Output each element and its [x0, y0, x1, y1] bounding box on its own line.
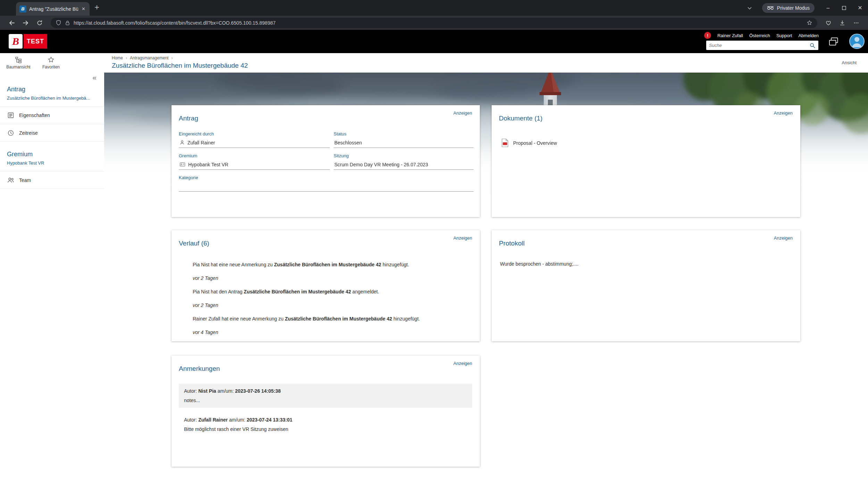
app-header: B TEST ! Rainer Zufall Österreich Suppor…: [0, 30, 868, 53]
sidebar-section-gremium: Gremium Hypobank Test VR: [0, 142, 104, 166]
window-switcher-icon[interactable]: [828, 37, 839, 47]
search-icon[interactable]: [809, 42, 816, 49]
search-input[interactable]: [709, 43, 809, 48]
antrag-anzeigen-link[interactable]: Anzeigen: [453, 110, 472, 116]
field-eingereicht-durch: Eingereicht durch Zufall Rainer: [179, 131, 330, 148]
sidebar-item-zeitreise[interactable]: Zeitreise: [0, 124, 104, 142]
anmerkungen-anzeigen-link[interactable]: Anzeigen: [453, 361, 472, 366]
card-antrag-title: Antrag: [179, 115, 480, 122]
protokoll-text: Wurde besprochen - abstimmung;....: [500, 261, 792, 267]
favorites-star-icon: [48, 56, 55, 63]
field-value[interactable]: Hypobank Test VR: [179, 159, 330, 170]
url-text[interactable]: https://at.cloud.fabasoft.com/folio/fsca…: [74, 20, 803, 26]
tree-view-label: Baumansicht: [6, 65, 30, 69]
people-icon: [7, 177, 15, 183]
verlauf-entry: Pia Nist hat den Antrag Zusätzliche Büro…: [193, 289, 472, 294]
antrag-fields: Eingereicht durch Zufall Rainer Status B…: [179, 131, 472, 192]
card-verlauf-title: Verlauf (6): [179, 240, 480, 247]
verlauf-list: Pia Nist hat eine neue Anmerkung zu Zusä…: [193, 262, 472, 335]
refresh-button[interactable]: [33, 17, 46, 29]
logo-test-badge: TEST: [24, 34, 47, 49]
header-link-logout[interactable]: Abmelden: [798, 33, 819, 38]
app-logo[interactable]: B TEST: [9, 34, 47, 49]
tab-search-chevron-icon[interactable]: [743, 5, 757, 11]
favorites-button[interactable]: Favoriten: [35, 53, 67, 73]
lock-icon[interactable]: [65, 20, 70, 26]
note-time: 2023-07-26 14:05:38: [235, 388, 281, 394]
bookmark-star-icon[interactable]: [807, 20, 812, 26]
tab-close-icon[interactable]: ✕: [81, 6, 86, 11]
downloads-icon[interactable]: [836, 17, 849, 29]
note-item: Autor: Nist Pia am/um: 2023-07-26 14:05:…: [179, 384, 472, 408]
sidebar-antrag-subtitle[interactable]: Zusätzliche Büroflächen im Mustergebä...: [7, 95, 97, 101]
field-label: Status: [334, 131, 474, 136]
menu-ellipsis-icon[interactable]: [850, 17, 862, 29]
field-value[interactable]: Scrum Demo Day VR Meeting - 26.07.2023: [334, 159, 474, 170]
url-field[interactable]: https://at.cloud.fabasoft.com/folio/fsca…: [51, 18, 817, 28]
header-links: ! Rainer Zufall Österreich Support Abmel…: [704, 32, 819, 39]
user-avatar[interactable]: [849, 33, 865, 49]
note-author: Nist Pia: [198, 388, 216, 394]
pdf-document-icon: [501, 139, 509, 147]
verlauf-object-name: Zusätzliche Büroflächen im Mustergebäude…: [285, 316, 392, 322]
note-time: 2023-07-24 13:33:01: [247, 417, 293, 423]
header-link-support[interactable]: Support: [776, 33, 792, 38]
note-meta: Autor: Zufall Rainer am/um: 2023-07-24 1…: [184, 417, 467, 423]
browser-tab-bar: B Antrag "Zusätzliche Büroflächen" ✕ + P…: [0, 0, 868, 16]
note-text: Bitte möglichst rasch einer VR Sitzung z…: [184, 426, 467, 432]
incognito-glasses-icon: [767, 6, 774, 10]
sidebar-gremium-subtitle[interactable]: Hypobank Test VR: [7, 160, 97, 166]
field-value[interactable]: [179, 181, 474, 192]
dokumente-anzeigen-link[interactable]: Anzeigen: [774, 110, 793, 116]
tab-title: Antrag "Zusätzliche Büroflächen": [29, 6, 78, 12]
site-favicon-icon: B: [19, 6, 26, 12]
field-value[interactable]: Zufall Rainer: [179, 138, 330, 148]
breadcrumb: Home › Antragsmanagement ›: [112, 56, 173, 60]
window-controls: Privater Modus – ✕: [743, 0, 868, 16]
field-status: Status Beschlossen: [334, 131, 474, 148]
tree-view-button[interactable]: Baumansicht: [2, 53, 35, 73]
document-item[interactable]: Proposal - Overview: [501, 139, 800, 147]
header-link-country[interactable]: Österreich: [749, 33, 770, 38]
field-sitzung: Sitzung Scrum Demo Day VR Meeting - 26.0…: [334, 153, 474, 170]
card-antrag: Anzeigen Antrag Eingereicht durch Zufall…: [172, 105, 480, 217]
window-minimize-button[interactable]: –: [820, 0, 836, 16]
note-meta: Autor: Nist Pia am/um: 2023-07-26 14:05:…: [184, 388, 467, 394]
verlauf-anzeigen-link[interactable]: Anzeigen: [453, 235, 472, 241]
sidebar-gremium-heading[interactable]: Gremium: [7, 151, 97, 158]
field-text: Zufall Rainer: [187, 140, 215, 145]
person-icon: [180, 140, 185, 145]
browser-tab[interactable]: B Antrag "Zusätzliche Büroflächen" ✕: [16, 2, 90, 16]
new-tab-button[interactable]: +: [94, 3, 99, 12]
verlauf-timestamp: vor 2 Tagen: [193, 275, 472, 281]
view-selector[interactable]: Ansicht: [842, 60, 857, 65]
sidebar-collapse-icon[interactable]: «: [92, 73, 97, 82]
breadcrumb-antragsmanagement[interactable]: Antragsmanagement: [130, 56, 168, 60]
breadcrumb-home[interactable]: Home: [112, 56, 123, 60]
sidebar-antrag-heading[interactable]: Antrag: [7, 86, 97, 93]
field-gremium: Gremium Hypobank Test VR: [179, 153, 330, 170]
header-link-user[interactable]: Rainer Zufall: [717, 33, 743, 38]
window-close-button[interactable]: ✕: [852, 0, 868, 16]
field-text: Beschlossen: [334, 140, 362, 145]
card-protokoll: Anzeigen Protokoll Wurde besprochen - ab…: [492, 230, 800, 341]
browser-essentials-icon[interactable]: [822, 17, 835, 29]
back-button[interactable]: [6, 17, 18, 29]
sidebar-item-label: Team: [19, 177, 31, 183]
tree-view-icon: [15, 56, 22, 63]
sidebar-item-eigenschaften[interactable]: Eigenschaften: [0, 106, 104, 124]
breadcrumb-separator: ›: [126, 56, 127, 60]
forward-button[interactable]: [19, 17, 32, 29]
card-verlauf: Anzeigen Verlauf (6) Pia Nist hat eine n…: [172, 230, 480, 341]
field-value[interactable]: Beschlossen: [334, 138, 474, 148]
page: B Antrag "Zusätzliche Büroflächen" ✕ + P…: [0, 0, 868, 500]
sidebar-item-team[interactable]: Team: [0, 171, 104, 189]
field-label: Eingereicht durch: [179, 131, 330, 136]
properties-icon: [7, 112, 15, 119]
tracking-shield-icon[interactable]: [56, 20, 61, 26]
page-toolbar: Baumansicht Favoriten Home › Antragsmana…: [0, 53, 868, 73]
protokoll-anzeigen-link[interactable]: Anzeigen: [774, 235, 793, 241]
alert-icon[interactable]: !: [704, 32, 711, 39]
note-text: notes...: [184, 398, 467, 403]
window-maximize-button[interactable]: [836, 0, 852, 16]
